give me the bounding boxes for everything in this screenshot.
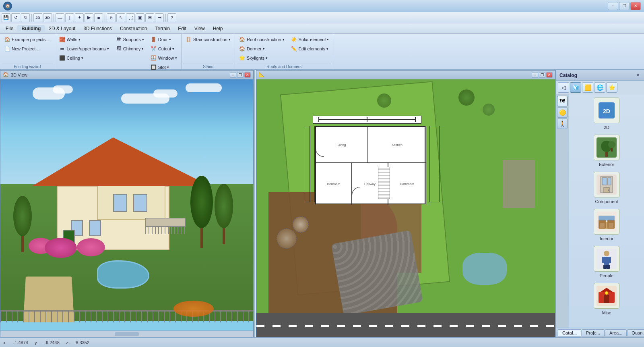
viewport-2d-close[interactable]: ✕ <box>546 72 553 78</box>
viewport-2d[interactable]: 📐 − ❐ ✕ <box>256 70 555 337</box>
window-2 <box>89 220 101 236</box>
status-y-label: y: <box>35 340 38 345</box>
save-button[interactable]: 💾 <box>2 13 10 22</box>
catalog-left-tabs: 🗺 🟡 🚶 <box>556 94 569 328</box>
roofs-col1: 🏠 Roof construction ▾ 🏠 Dormer ▾ 🌟 Skyli… <box>237 35 287 62</box>
catalog-item-misc[interactable]: ! Misc <box>572 283 641 315</box>
catalog-item-interior[interactable]: Interior <box>572 209 641 241</box>
svg-rect-10 <box>608 178 611 185</box>
parallel-tool[interactable]: ‖ <box>65 13 74 22</box>
supports-button[interactable]: 🏛 Supports ▾ <box>113 35 147 44</box>
help-button[interactable]: ? <box>167 13 176 22</box>
tab-catalog[interactable]: Catal... <box>558 329 581 336</box>
tab-area[interactable]: Area... <box>605 329 627 336</box>
tab-project[interactable]: Proje... <box>582 329 605 336</box>
menu-building[interactable]: Building <box>17 25 45 32</box>
redo-button[interactable]: ↻ <box>21 13 30 22</box>
catalog-item-2d[interactable]: 2D 2D <box>572 98 641 130</box>
catalog-item-people[interactable]: People <box>572 246 641 278</box>
stop-button[interactable]: ■ <box>94 13 103 22</box>
catalog-globe-btn[interactable]: 🌐 <box>594 82 605 93</box>
quick-access-toolbar: 💾 ↺ ↻ 2D 3D — ‖ ✦ ▶ ■ 🖱 ↖ ⛶ ▣ ⊞ ⇥ ? <box>0 12 644 23</box>
cloud-4 <box>153 89 178 98</box>
stairs-buttons: 🪜 Stair construction ▾ <box>183 35 233 44</box>
viewport-2d-minimize[interactable]: − <box>532 72 538 78</box>
edit-elements-button[interactable]: ✏️ Edit elements ▾ <box>289 44 332 53</box>
2d-button[interactable]: 2D <box>33 13 42 22</box>
layout-tool[interactable]: ⊞ <box>145 13 154 22</box>
catalog-item-exterior[interactable]: Exterior <box>572 135 641 167</box>
menu-file[interactable]: File <box>2 25 17 32</box>
catalog-item-people-image <box>594 246 619 272</box>
walls-button[interactable]: 🧱 Walls ▾ <box>57 35 111 44</box>
example-projects-button[interactable]: 🏠 Example projects ... <box>2 35 53 44</box>
new-project-button[interactable]: 📄 New Project ... <box>2 44 53 53</box>
door-button[interactable]: 🚪 Door ▾ <box>148 35 180 44</box>
menu-view[interactable]: View <box>190 25 209 32</box>
viewport-splitter[interactable] <box>254 70 255 337</box>
restore-button[interactable]: ❐ <box>619 2 630 10</box>
cursor-tool[interactable]: 🖱 <box>107 13 116 22</box>
catalog-header: Catalog × <box>556 70 644 81</box>
viewport-2d-restore[interactable]: ❐ <box>539 72 545 78</box>
svg-point-12 <box>608 189 609 191</box>
svg-rect-4 <box>605 152 608 157</box>
catalog-yellow-btn[interactable]: 🟨 <box>582 82 593 93</box>
snap-tool[interactable]: ✦ <box>75 13 84 22</box>
stair-construction-button[interactable]: 🪜 Stair construction ▾ <box>183 35 233 44</box>
catalog-tab-2d[interactable]: 🗺 <box>557 96 568 106</box>
viewport-3d-restore[interactable]: ❐ <box>237 72 244 78</box>
tab-tool[interactable]: ⇥ <box>155 13 164 22</box>
viewport-2d-icon: 📐 <box>259 72 265 78</box>
menu-2d-layout[interactable]: 2D & Layout <box>45 25 79 32</box>
minimize-button[interactable]: − <box>608 2 618 10</box>
play-button[interactable]: ▶ <box>85 13 93 22</box>
catalog-item-exterior-label: Exterior <box>599 162 614 167</box>
catalog-tab-yellow[interactable]: 🟡 <box>557 107 568 118</box>
viewport-3d-close[interactable]: ✕ <box>244 72 251 78</box>
select-tool[interactable]: ⛶ <box>126 13 135 22</box>
catalog-close-btn[interactable]: × <box>635 73 641 78</box>
menu-edit[interactable]: Edit <box>174 25 190 32</box>
close-button[interactable]: ✕ <box>630 2 641 10</box>
roof-construction-button[interactable]: 🏠 Roof construction ▾ <box>237 35 287 44</box>
arrow-tool[interactable]: ↖ <box>116 13 125 22</box>
viewport-3d-scrollbar[interactable] <box>0 330 253 337</box>
menu-help[interactable]: Help <box>209 25 227 32</box>
tab-quantity[interactable]: Quan... <box>627 329 644 336</box>
catalog-favorite-btn[interactable]: ⭐ <box>606 82 617 93</box>
cutout-button[interactable]: ✂️ Cutout ▾ <box>148 44 180 53</box>
viewport-3d-header: 🏠 3D View − ❐ ✕ <box>0 71 253 79</box>
viewport-3d-minimize[interactable]: − <box>230 72 236 78</box>
catalog-item-component[interactable]: Component <box>572 172 641 204</box>
solar-element-button[interactable]: ☀️ Solar element ▾ <box>289 35 332 44</box>
scrollbar-thumb[interactable] <box>115 332 139 336</box>
window-button[interactable]: 🪟 Window ▾ <box>148 54 180 62</box>
room-2: Kitchen <box>368 127 426 163</box>
chimney-button[interactable]: 🏗 Chimney ▾ <box>113 44 147 53</box>
menu-terrain[interactable]: Terrain <box>151 25 174 32</box>
dormer-button[interactable]: 🏠 Dormer ▾ <box>237 44 287 53</box>
catalog-back-btn[interactable]: ◁ <box>558 82 569 93</box>
plant-symbol-2 <box>277 229 297 249</box>
dormer-icon: 🏠 <box>239 46 246 52</box>
skylights-button[interactable]: 🌟 Skylights ▾ <box>237 54 287 62</box>
svg-text:2D: 2D <box>603 108 610 114</box>
menu-construction[interactable]: Construction <box>116 25 151 32</box>
undo-button[interactable]: ↺ <box>11 13 20 22</box>
road-stripe <box>256 325 555 327</box>
ceiling-icon: ⬛ <box>59 55 66 61</box>
3d-button[interactable]: 3D <box>43 13 52 22</box>
menu-3d-functions[interactable]: 3D Functions <box>79 25 116 32</box>
line-tool[interactable]: — <box>56 13 64 22</box>
catalog-tab-person[interactable]: 🚶 <box>557 118 568 129</box>
catalog-item-2d-label: 2D <box>604 125 609 130</box>
lower-upper-beams-button[interactable]: ═ Lower/upper beams ▾ <box>57 44 111 53</box>
ceiling-button[interactable]: ⬛ Ceiling ▾ <box>57 54 111 62</box>
catalog-objects-btn[interactable]: 🧊 <box>570 82 581 93</box>
viewport-3d[interactable]: 🏠 3D View − ❐ ✕ <box>0 70 254 337</box>
tree-2 <box>190 176 214 248</box>
grid-tool[interactable]: ▣ <box>136 13 144 22</box>
bush-3 <box>77 238 105 256</box>
dim-right <box>429 126 440 202</box>
